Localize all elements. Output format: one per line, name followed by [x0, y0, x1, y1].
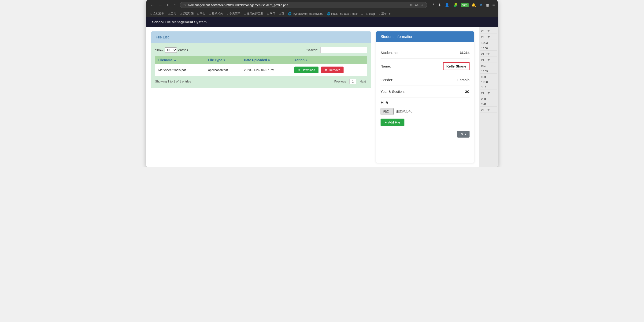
file-list-header: File List: [151, 32, 371, 43]
bookmarks-more-button[interactable]: »: [389, 12, 391, 16]
file-list-title: File List: [156, 35, 168, 39]
time-item-4: 10:08: [480, 46, 497, 51]
add-file-button[interactable]: + Add File: [380, 119, 404, 126]
settings-dropdown-icon: ▾: [464, 132, 466, 136]
settings-button[interactable]: ⚙ ▾: [457, 131, 470, 138]
bookmark-hackthebox[interactable]: 🌐 Hack The Box :: Hack T...: [326, 12, 364, 16]
browse-button[interactable]: 浏览...: [380, 108, 394, 115]
bookmark-tryhackme[interactable]: 🌐 TryHackMe | Hacktivities: [287, 12, 324, 16]
next-button[interactable]: Next: [358, 79, 367, 84]
cell-filetype: application/pdf: [205, 64, 241, 76]
bookmark-haoyong[interactable]: □ 好用的好工具: [243, 11, 265, 16]
bookmark-heian[interactable]: □ 黑暗引擎: [178, 11, 195, 16]
col-date-label: Date Uploaded: [244, 58, 267, 62]
cell-date-uploaded: 2020-01-26, 06:57 PM: [241, 64, 291, 76]
remove-button[interactable]: 🗑 Remove: [321, 67, 343, 73]
home-button[interactable]: ⌂: [172, 2, 178, 8]
translate2-icon[interactable]: A: [479, 2, 483, 8]
bookmark-wenxian[interactable]: □ 文献资料: [149, 11, 166, 16]
page-number[interactable]: 1: [350, 79, 356, 84]
trash-icon: 🗑: [324, 68, 328, 72]
notification-icon[interactable]: 🔔: [470, 2, 477, 8]
student-info-header: Student Information: [376, 32, 474, 42]
show-label: Show: [155, 48, 163, 52]
forward-button[interactable]: →: [157, 2, 164, 8]
no-file-text: 未选择文件。: [396, 109, 414, 114]
app-header: School File Management System: [146, 17, 498, 27]
shield-toolbar-icon[interactable]: 🛡: [430, 2, 435, 8]
address-bar[interactable]: 🛡 oldmanagement.seventeen.htb:8000/oldma…: [180, 2, 427, 8]
year-section-row: Year & Section: 2C: [380, 86, 470, 98]
shield-icon: 🛡: [183, 4, 186, 7]
student-info-panel: Student Information Student no: 31234 Na…: [376, 32, 474, 163]
student-no-row: Student no: 31234: [380, 47, 470, 59]
bookmark-pingtai[interactable]: □ 平台: [196, 11, 207, 16]
sort-filetype-icon: ⇅: [223, 59, 225, 62]
bookmark-xuexi[interactable]: □ 学习: [266, 11, 277, 16]
col-filename[interactable]: Filename ▲: [155, 56, 205, 64]
download-button[interactable]: ⊕ Download: [294, 67, 318, 73]
time-item-12: 21 下午: [480, 91, 497, 96]
search-label: Search:: [306, 48, 318, 52]
right-sidebar: 22 下午 22 下午 10:03 10:08 21 上午 21 下午 9:58…: [479, 27, 498, 167]
time-item-15: 23 下午: [480, 108, 497, 113]
add-file-label: Add File: [388, 120, 400, 124]
time-item-1: 22 下午: [480, 29, 497, 34]
time-item-3: 10:03: [480, 41, 497, 45]
pagination: Previous 1 Next: [333, 79, 367, 84]
col-filetype[interactable]: File Type ⇅: [205, 56, 241, 64]
app-title: School File Management System: [152, 20, 206, 24]
col-date-uploaded[interactable]: Date Uploaded ⇅: [241, 56, 291, 64]
time-item-8: 10:03: [480, 69, 497, 74]
file-table: Filename ▲ File Type ⇅ Date Uploaded ⇅: [155, 56, 367, 76]
col-action[interactable]: Action ⇅: [291, 56, 367, 64]
time-item-9: 8:33: [480, 75, 497, 79]
download-icon: ⊕: [298, 68, 300, 72]
profile-icon[interactable]: 👤: [444, 2, 450, 8]
code-icon[interactable]: </>: [414, 3, 419, 7]
col-filename-label: Filename: [158, 58, 172, 62]
previous-button[interactable]: Previous: [333, 79, 348, 84]
time-item-6: 21 下午: [480, 58, 497, 63]
cell-filename: Marksheet-finals.pdf...: [155, 64, 205, 76]
download-toolbar-icon[interactable]: ⬇: [437, 2, 442, 8]
bookmark-icon[interactable]: ☆: [421, 3, 424, 7]
bookmark-oscp[interactable]: □ oscp: [365, 12, 376, 16]
menu-button[interactable]: ≡: [492, 3, 495, 8]
bookmark-jiaoxue[interactable]: □ 教学相关: [208, 11, 224, 16]
sort-date-icon: ⇅: [268, 59, 270, 62]
url-text: oldmanagement.seventeen.htb:8000/oldmana…: [188, 3, 408, 7]
time-item-2: 22 下午: [480, 35, 497, 40]
bookmark-cai[interactable]: □ 菜: [278, 11, 286, 16]
time-item-13: 2:41: [480, 97, 497, 101]
time-item-5: 21 上午: [480, 52, 497, 57]
back-button[interactable]: ←: [149, 2, 156, 8]
gender-value: Female: [457, 78, 470, 82]
search-input[interactable]: [320, 47, 367, 53]
year-section-label: Year & Section:: [380, 90, 405, 94]
time-item-7: 9:58: [480, 64, 497, 68]
app-icon[interactable]: ▦: [485, 2, 490, 8]
entries-select[interactable]: 10 25 50 100: [165, 47, 177, 53]
time-item-11: 2:15: [480, 85, 497, 90]
entries-label: entries: [178, 48, 188, 52]
name-label: Name:: [380, 64, 391, 68]
bookmark-beiwang[interactable]: □ 备忘清单: [225, 11, 242, 16]
sort-action-icon: ⇅: [305, 59, 307, 62]
bookmark-qingdan[interactable]: □ 清单: [377, 11, 388, 16]
file-section-title: File: [380, 100, 470, 105]
col-filetype-label: File Type: [208, 58, 222, 62]
year-section-value: 2C: [465, 90, 470, 94]
translate-icon[interactable]: ⊞: [410, 3, 413, 7]
gear-icon: ⚙: [460, 132, 463, 136]
student-no-label: Student no:: [380, 51, 398, 55]
time-item-10: 10:08: [480, 80, 497, 84]
file-section: File 浏览... 未选择文件。 + Add File: [380, 98, 470, 126]
name-row: Name: Kelly Shane: [380, 59, 470, 74]
burp-icon[interactable]: burp: [461, 3, 468, 7]
extensions-icon[interactable]: 🧩: [452, 2, 459, 8]
refresh-button[interactable]: ↻: [165, 2, 171, 8]
bookmark-gongju[interactable]: □ 工具: [167, 11, 178, 16]
gender-row: Gender: Female: [380, 74, 470, 86]
cell-action: ⊕ Download 🗑 Remove: [291, 64, 367, 76]
